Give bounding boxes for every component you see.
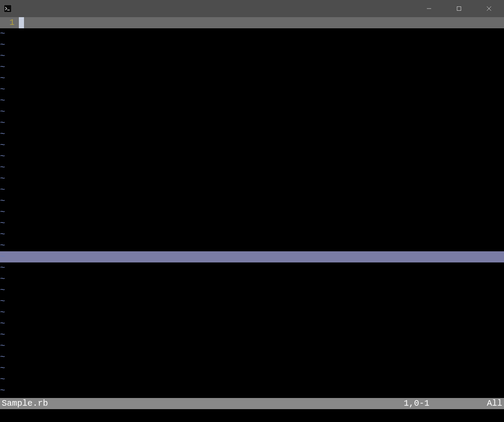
command-line-area[interactable] xyxy=(0,409,504,422)
empty-line-tilde: ~ xyxy=(0,39,504,51)
minimize-button[interactable] xyxy=(414,0,444,17)
cursor xyxy=(19,17,24,28)
empty-line-tilde: ~ xyxy=(0,385,504,396)
empty-line-tilde: ~ xyxy=(0,341,504,352)
tilde-marker: ~ xyxy=(0,252,5,262)
tilde-marker: ~ xyxy=(0,218,5,228)
empty-line-tilde: ~ xyxy=(0,240,504,251)
maximize-button[interactable] xyxy=(444,0,474,17)
tilde-marker: ~ xyxy=(0,307,5,317)
close-button[interactable] xyxy=(474,0,504,17)
tilde-marker: ~ xyxy=(0,107,5,117)
tilde-marker: ~ xyxy=(0,274,5,284)
tilde-marker: ~ xyxy=(0,229,5,239)
editor-content[interactable]: 1 ~~~~~~~~~~~~~~~~~~~~~~~~~~~~~~~~~ xyxy=(0,17,504,398)
empty-line-tilde: ~ xyxy=(0,307,504,318)
empty-line-tilde: ~ xyxy=(0,318,504,329)
empty-line-tilde: ~ xyxy=(0,363,504,374)
empty-line-tilde: ~ xyxy=(0,184,504,196)
tilde-marker: ~ xyxy=(0,29,5,39)
tilde-marker: ~ xyxy=(0,341,5,351)
empty-line-tilde: ~ xyxy=(0,73,504,84)
terminal-icon xyxy=(3,4,12,13)
tilde-marker: ~ xyxy=(0,241,5,250)
window-controls xyxy=(414,0,504,17)
tilde-marker: ~ xyxy=(0,386,5,395)
empty-line-tilde: ~ xyxy=(0,51,504,62)
empty-line-tilde: ~ xyxy=(0,229,504,240)
empty-line-tilde: ~ xyxy=(0,106,504,118)
tilde-marker: ~ xyxy=(0,374,5,384)
empty-line-tilde: ~ xyxy=(0,196,504,207)
empty-line-tilde: ~ xyxy=(0,62,504,73)
window-titlebar xyxy=(0,0,504,17)
empty-line-tilde: ~ xyxy=(0,251,504,262)
empty-line-tilde: ~ xyxy=(0,118,504,129)
tilde-marker: ~ xyxy=(0,319,5,329)
empty-line-tilde: ~ xyxy=(0,207,504,218)
empty-line-tilde: ~ xyxy=(0,173,504,184)
empty-line-tilde: ~ xyxy=(0,262,504,274)
tilde-marker: ~ xyxy=(0,352,5,362)
tilde-marker: ~ xyxy=(0,151,5,161)
empty-line-tilde: ~ xyxy=(0,274,504,285)
vim-status-bar: Sample.rb 1,0-1 All xyxy=(0,398,504,409)
tilde-marker: ~ xyxy=(0,163,5,172)
empty-lines-area: ~~~~~~~~~~~~~~~~~~~~~~~~~~~~~~~~~ xyxy=(0,28,504,396)
tilde-marker: ~ xyxy=(0,285,5,295)
tilde-marker: ~ xyxy=(0,207,5,217)
empty-line-tilde: ~ xyxy=(0,129,504,140)
empty-line-tilde: ~ xyxy=(0,151,504,162)
tilde-marker: ~ xyxy=(0,96,5,106)
empty-line-tilde: ~ xyxy=(0,28,504,39)
tilde-marker: ~ xyxy=(0,118,5,128)
tilde-marker: ~ xyxy=(0,51,5,61)
tilde-marker: ~ xyxy=(0,140,5,150)
line-number: 1 xyxy=(0,17,19,28)
empty-line-tilde: ~ xyxy=(0,95,504,106)
status-scroll: All xyxy=(481,398,502,409)
empty-line-tilde: ~ xyxy=(0,218,504,229)
svg-rect-3 xyxy=(457,7,461,11)
titlebar-left xyxy=(0,4,12,13)
empty-line-tilde: ~ xyxy=(0,162,504,173)
empty-line-tilde: ~ xyxy=(0,140,504,151)
empty-line-tilde: ~ xyxy=(0,352,504,363)
tilde-marker: ~ xyxy=(0,174,5,184)
editor-line-current[interactable]: 1 xyxy=(0,17,504,28)
empty-line-tilde: ~ xyxy=(0,296,504,307)
empty-line-tilde: ~ xyxy=(0,285,504,296)
empty-line-tilde: ~ xyxy=(0,374,504,385)
empty-line-tilde: ~ xyxy=(0,329,504,341)
tilde-marker: ~ xyxy=(0,62,5,72)
tilde-marker: ~ xyxy=(0,185,5,195)
editor-area[interactable]: 1 ~~~~~~~~~~~~~~~~~~~~~~~~~~~~~~~~~ xyxy=(0,17,504,398)
empty-line-tilde: ~ xyxy=(0,84,504,95)
tilde-marker: ~ xyxy=(0,40,5,50)
tilde-marker: ~ xyxy=(0,129,5,139)
tilde-marker: ~ xyxy=(0,73,5,83)
line-content[interactable] xyxy=(19,17,504,28)
status-position: 1,0-1 xyxy=(404,398,481,409)
tilde-marker: ~ xyxy=(0,263,5,273)
tilde-marker: ~ xyxy=(0,330,5,340)
svg-rect-0 xyxy=(4,5,12,12)
tilde-marker: ~ xyxy=(0,296,5,306)
status-filename: Sample.rb xyxy=(2,398,404,409)
tilde-marker: ~ xyxy=(0,196,5,206)
tilde-marker: ~ xyxy=(0,84,5,94)
tilde-marker: ~ xyxy=(0,363,5,373)
